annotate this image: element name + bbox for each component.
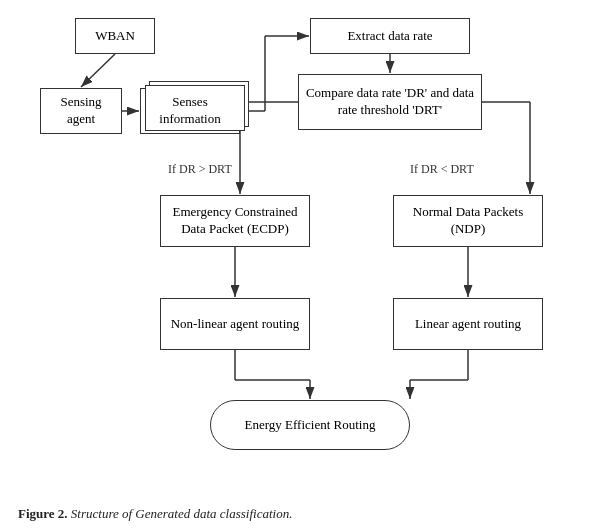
figure-caption: Figure 2. Structure of Generated data cl… — [18, 506, 292, 522]
ecdp-label: Emergency Constrained Data Packet (ECDP) — [167, 204, 303, 238]
compare-dr-label: Compare data rate 'DR' and data rate thr… — [305, 85, 475, 119]
nonlinear-box: Non-linear agent routing — [160, 298, 310, 350]
senses-info-box: Senses information — [140, 88, 240, 134]
cond-lt-label: If DR < DRT — [410, 162, 474, 177]
figure-title: Structure of Generated data classificati… — [71, 506, 293, 521]
linear-label: Linear agent routing — [415, 316, 521, 333]
ecdp-box: Emergency Constrained Data Packet (ECDP) — [160, 195, 310, 247]
eer-box: Energy Efficient Routing — [210, 400, 410, 450]
nonlinear-label: Non-linear agent routing — [171, 316, 300, 333]
ndp-box: Normal Data Packets (NDP) — [393, 195, 543, 247]
compare-dr-box: Compare data rate 'DR' and data rate thr… — [298, 74, 482, 130]
eer-label: Energy Efficient Routing — [245, 417, 376, 434]
svg-line-1 — [81, 54, 115, 87]
extract-dr-box: Extract data rate — [310, 18, 470, 54]
wban-label: WBAN — [95, 28, 135, 45]
cond-gt-label: If DR > DRT — [168, 162, 232, 177]
diagram: WBAN Sensing agent Senses information Ex… — [0, 0, 609, 490]
sensing-agent-label: Sensing agent — [47, 94, 115, 128]
wban-box: WBAN — [75, 18, 155, 54]
sensing-agent-box: Sensing agent — [40, 88, 122, 134]
extract-dr-label: Extract data rate — [347, 28, 432, 45]
senses-info-label: Senses information — [147, 94, 233, 128]
ndp-label: Normal Data Packets (NDP) — [400, 204, 536, 238]
linear-box: Linear agent routing — [393, 298, 543, 350]
figure-label: Figure 2. — [18, 506, 68, 521]
